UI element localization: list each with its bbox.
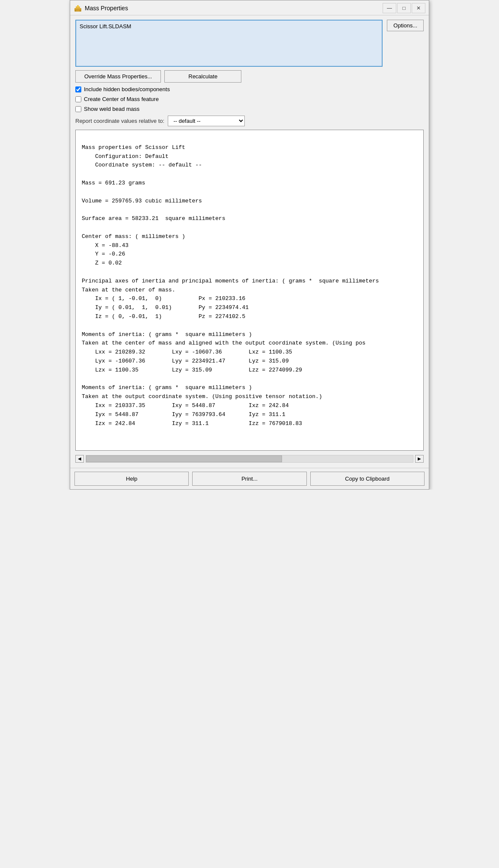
results-text: Mass properties of Scissor Lift Configur… (82, 144, 379, 427)
window-controls: — □ ✕ (383, 3, 425, 13)
include-hidden-checkbox[interactable] (75, 86, 81, 92)
coord-row: Report coordinate values relative to: --… (75, 116, 424, 126)
coord-label: Report coordinate values relative to: (75, 118, 164, 124)
coord-select[interactable]: -- default -- (168, 116, 245, 126)
show-weld-checkbox[interactable] (75, 106, 81, 112)
top-row: Scissor Lift.SLDASM Options... (75, 20, 424, 67)
file-list-box: Scissor Lift.SLDASM (75, 20, 383, 67)
override-button[interactable]: Override Mass Properties... (75, 70, 161, 83)
create-center-checkbox[interactable] (75, 96, 81, 102)
results-box: Mass properties of Scissor Lift Configur… (75, 130, 424, 451)
app-icon (74, 4, 82, 12)
create-center-row: Create Center of Mass feature (75, 96, 424, 102)
scroll-thumb[interactable] (86, 455, 282, 462)
scrollbar-row: ◀ ▶ (75, 454, 424, 464)
scroll-left-button[interactable]: ◀ (75, 455, 84, 463)
svg-rect-4 (80, 10, 81, 12)
main-content: Scissor Lift.SLDASM Options... Override … (70, 15, 429, 468)
show-weld-row: Show weld bead mass (75, 106, 424, 112)
help-button[interactable]: Help (74, 472, 189, 486)
copy-to-clipboard-button[interactable]: Copy to Clipboard (310, 472, 425, 486)
include-hidden-label: Include hidden bodies/components (84, 86, 170, 92)
main-window: Mass Properties — □ ✕ Scissor Lift.SLDAS… (70, 0, 429, 490)
file-list-item: Scissor Lift.SLDASM (80, 23, 131, 30)
options-button[interactable]: Options... (387, 20, 424, 31)
maximize-button[interactable]: □ (397, 3, 411, 13)
action-buttons-row: Override Mass Properties... Recalculate (75, 70, 424, 83)
show-weld-label: Show weld bead mass (84, 106, 140, 112)
scroll-track[interactable] (86, 455, 413, 463)
title-bar: Mass Properties — □ ✕ (70, 0, 429, 15)
include-hidden-row: Include hidden bodies/components (75, 86, 424, 92)
close-button[interactable]: ✕ (412, 3, 425, 13)
svg-rect-2 (77, 5, 79, 7)
footer-buttons: Help Print... Copy to Clipboard (70, 468, 429, 489)
scroll-right-button[interactable]: ▶ (415, 455, 424, 463)
recalculate-button[interactable]: Recalculate (164, 70, 241, 83)
print-button[interactable]: Print... (192, 472, 306, 486)
svg-rect-3 (75, 10, 76, 12)
create-center-label: Create Center of Mass feature (84, 96, 159, 102)
window-title: Mass Properties (85, 5, 380, 12)
minimize-button[interactable]: — (383, 3, 396, 13)
